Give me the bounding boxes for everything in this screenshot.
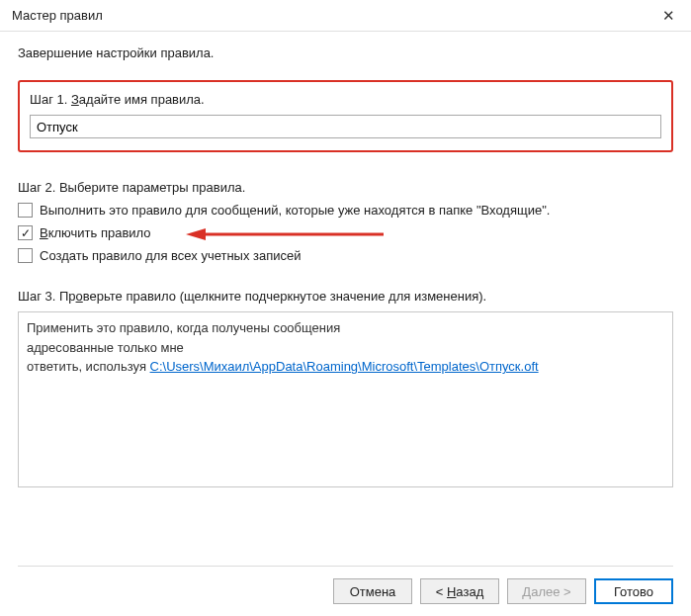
step1-label: Шаг 1. Задайте имя правила. — [30, 92, 661, 107]
preview-line: Применить это правило, когда получены со… — [27, 318, 664, 338]
finish-button[interactable]: Готово — [594, 578, 673, 604]
button-bar: Отмена < Назад Далее > Готово — [333, 578, 673, 604]
checkbox-label: Создать правило для всех учетных записей — [40, 248, 302, 263]
step1-highlight-box: Шаг 1. Задайте имя правила. — [18, 80, 673, 152]
option-all-accounts[interactable]: Создать правило для всех учетных записей — [18, 248, 673, 263]
next-button: Далее > — [507, 578, 586, 604]
titlebar: Мастер правил ✕ — [0, 0, 691, 32]
preview-line: ответить, используя C:\Users\Михаил\AppD… — [27, 357, 664, 377]
dialog-content: Завершение настройки правила. Шаг 1. Зад… — [0, 32, 691, 487]
close-button[interactable]: ✕ — [646, 0, 691, 32]
window-title: Мастер правил — [12, 8, 103, 23]
cancel-button[interactable]: Отмена — [333, 578, 412, 604]
step2-label: Шаг 2. Выберите параметры правила. — [18, 180, 673, 195]
page-subtitle: Завершение настройки правила. — [18, 45, 673, 60]
step2-section: Шаг 2. Выберите параметры правила. Выпол… — [18, 180, 673, 263]
separator — [18, 566, 673, 567]
checkbox-label: Выполнить это правило для сообщений, кот… — [40, 203, 550, 218]
checkbox-icon[interactable] — [18, 248, 33, 263]
rule-name-input[interactable] — [30, 115, 661, 138]
annotation-arrow-icon — [186, 227, 384, 241]
option-run-on-existing[interactable]: Выполнить это правило для сообщений, кот… — [18, 203, 673, 218]
step3-section: Шаг 3. Проверьте правило (щелкните подче… — [18, 289, 673, 487]
step3-label: Шаг 3. Проверьте правило (щелкните подче… — [18, 289, 673, 304]
rule-preview-box[interactable]: Применить это правило, когда получены со… — [18, 311, 673, 487]
checkbox-icon[interactable] — [18, 225, 33, 240]
svg-marker-1 — [186, 228, 206, 240]
template-path-link[interactable]: C:\Users\Михаил\AppData\Roaming\Microsof… — [150, 359, 539, 374]
option-enable-rule[interactable]: Включить правило — [18, 225, 673, 240]
preview-line: адресованные только мне — [27, 338, 664, 358]
close-icon: ✕ — [662, 7, 675, 25]
checkbox-label: Включить правило — [40, 225, 151, 240]
checkbox-icon[interactable] — [18, 203, 33, 218]
back-button[interactable]: < Назад — [420, 578, 499, 604]
